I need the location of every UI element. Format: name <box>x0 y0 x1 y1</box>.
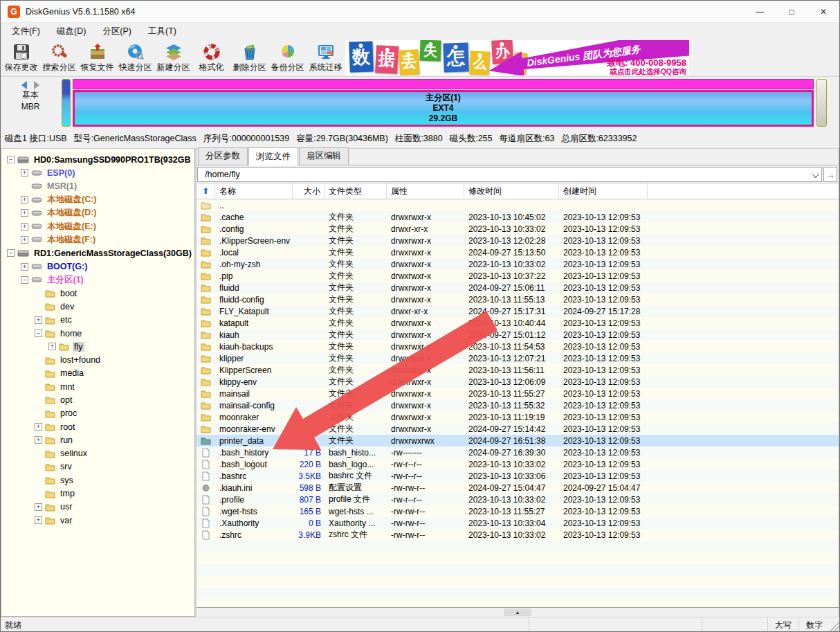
chevron-down-icon[interactable] <box>812 171 819 178</box>
tree-item-boot-g[interactable]: +BOOT(G:) <box>1 260 194 273</box>
expand-icon[interactable]: + <box>35 316 42 324</box>
table-row[interactable]: .wget-hsts165 Bwget-hsts ...-rw-rw-r--20… <box>197 505 839 517</box>
header-type[interactable]: 文件类型 <box>325 183 387 199</box>
table-row[interactable]: klippy-env文件夹drwxrwxr-x2023-10-13 12:06:… <box>197 376 839 388</box>
table-row[interactable]: .. <box>197 199 839 211</box>
go-button[interactable]: → <box>823 167 837 182</box>
tree-item-local-e[interactable]: +本地磁盘(E:) <box>1 219 194 233</box>
tree-item-etc[interactable]: +etc <box>1 314 194 327</box>
quick-partition-button[interactable]: 快速分区 <box>116 39 154 76</box>
tree-item-home[interactable]: −home <box>1 327 194 340</box>
table-row[interactable]: .cache文件夹drwxrwxr-x2023-10-13 10:45:0220… <box>197 211 839 223</box>
table-row[interactable]: kiauh文件夹drwxrwxr-x2024-09-27 15:01:12202… <box>197 329 839 341</box>
next-disk-icon[interactable] <box>34 81 39 89</box>
delete-partition-button[interactable]: 删除分区 <box>230 39 268 76</box>
tree-item-fly[interactable]: +fly <box>1 340 194 353</box>
tree-item-proc[interactable]: proc <box>1 407 194 420</box>
table-row[interactable]: katapult文件夹drwxrwxr-x2023-10-13 10:40:44… <box>197 317 839 329</box>
table-row[interactable]: fluidd-config文件夹drwxrwxr-x2023-10-13 11:… <box>197 294 839 305</box>
save-changes-button[interactable]: 保存更改 <box>2 39 40 76</box>
tree-item-esp0[interactable]: +ESP(0) <box>1 166 194 179</box>
table-row[interactable]: mainsail文件夹drwxrwxr-x2023-10-13 11:55:27… <box>197 388 839 399</box>
table-row[interactable]: mainsail-config文件夹drwxrwxr-x2023-10-13 1… <box>197 399 839 411</box>
table-row[interactable]: .bashrc3.5KBbashrc 文件-rw-r--r--2023-10-1… <box>197 470 839 482</box>
new-partition-button[interactable]: 新建分区 <box>154 39 192 76</box>
expand-icon[interactable]: + <box>21 196 28 204</box>
tree-item-rd1[interactable]: −RD1:GenericMassStorageClass(30GB) <box>1 246 194 260</box>
table-row[interactable]: .zshrc3.9KBzshrc 文件-rw-rw-r--2023-10-13 … <box>197 529 839 541</box>
tree-item-hd0[interactable]: −HD0:SamsungSSD990PRO1TB(932GB <box>1 153 194 166</box>
tree-item-boot[interactable]: boot <box>1 287 194 300</box>
tree-item-mnt[interactable]: mnt <box>1 380 194 393</box>
expand-icon[interactable]: + <box>21 236 28 244</box>
tree-item-var[interactable]: +var <box>1 514 194 527</box>
table-row[interactable]: .oh-my-zsh文件夹drwxrwxr-x2023-10-13 10:33:… <box>197 258 839 270</box>
tree-item-srv[interactable]: srv <box>1 460 194 473</box>
format-button[interactable]: 格式化 <box>192 39 230 76</box>
search-partition-button[interactable]: 搜索分区 <box>40 39 78 76</box>
table-row[interactable]: .local文件夹drwxrwxr-x2024-09-27 15:13:5020… <box>197 246 839 258</box>
collapse-icon[interactable]: − <box>7 249 15 257</box>
tree-item-primary-1[interactable]: −主分区(1) <box>1 273 194 287</box>
tree-item-dev[interactable]: dev <box>1 300 194 313</box>
header-ctime[interactable]: 创建时间 <box>559 183 648 199</box>
expand-icon[interactable]: + <box>48 343 56 350</box>
tree-item-sys[interactable]: sys <box>1 473 194 487</box>
free-space-block[interactable] <box>816 79 827 127</box>
table-row[interactable]: KlipperScreen文件夹drwxrwxr-x2023-10-13 11:… <box>197 364 839 376</box>
tree-item-media[interactable]: media <box>1 367 194 380</box>
header-size[interactable]: 大小 <box>293 183 325 199</box>
boot-partition-block[interactable] <box>62 79 71 127</box>
close-button[interactable]: ✕ <box>807 1 839 22</box>
menu-item-file[interactable]: 文件(F) <box>3 24 48 39</box>
tree-item-local-c[interactable]: +本地磁盘(C:) <box>1 193 194 206</box>
table-row[interactable]: moonraker-env文件夹drwxrwxr-x2024-09-27 15:… <box>197 423 839 435</box>
table-row[interactable]: .profile807 Bprofile 文件-rw-r--r--2023-10… <box>197 494 839 505</box>
expand-icon[interactable]: + <box>35 516 42 524</box>
table-row[interactable]: FLY_Katapult文件夹drwxr-xr-x2024-09-27 15:1… <box>197 305 839 317</box>
expand-icon[interactable]: + <box>21 263 28 271</box>
tree-item-opt[interactable]: opt <box>1 393 194 406</box>
table-row[interactable]: .pip文件夹drwxrwxr-x2023-10-13 10:37:222023… <box>197 270 839 282</box>
promo-banner[interactable]: 数据丢失怎么办! DiskGenius 团队为您服务 致电: 400-008-9… <box>345 40 689 75</box>
table-row[interactable]: .kiauh.ini598 B配置设置-rw-rw-r--2024-09-27 … <box>197 482 839 494</box>
expand-icon[interactable]: + <box>21 169 28 177</box>
header-name[interactable]: 名称 <box>215 183 293 199</box>
expand-panel-button[interactable]: ▲ <box>504 608 531 616</box>
header-mtime[interactable]: 修改时间 <box>464 183 559 199</box>
minimize-button[interactable]: — <box>744 1 776 22</box>
banner-qq[interactable]: 或点击此处选择QQ咨询 <box>610 67 686 75</box>
path-combobox[interactable]: /home/fly <box>197 167 822 182</box>
table-row[interactable]: fluidd文件夹drwxrwxr-x2024-09-27 15:06:1120… <box>197 282 839 294</box>
tab-partition-params[interactable]: 分区参数 <box>198 147 248 165</box>
sort-column-header[interactable]: ⬆ <box>197 183 215 199</box>
tree-item-usr[interactable]: +usr <box>1 500 194 514</box>
collapse-icon[interactable]: − <box>35 329 42 337</box>
table-row[interactable]: .config文件夹drwxr-xr-x2023-10-13 10:33:022… <box>197 223 839 235</box>
table-row[interactable]: moonraker文件夹drwxrwxr-x2023-10-13 11:19:1… <box>197 411 839 423</box>
expand-icon[interactable]: + <box>21 209 28 217</box>
table-row[interactable]: printer_data文件夹drwxrwxrwx2024-09-27 16:5… <box>197 435 839 446</box>
maximize-button[interactable]: □ <box>776 1 807 22</box>
menu-item-partition[interactable]: 分区(P) <box>94 24 140 39</box>
backup-partition-button[interactable]: 备份分区 <box>268 39 307 76</box>
primary-partition-block[interactable]: 主分区(1) EXT4 29.2GB <box>73 90 814 127</box>
recover-files-button[interactable]: 恢复文件 <box>78 39 116 76</box>
expand-icon[interactable]: + <box>35 436 42 444</box>
tree-item-lost-found[interactable]: lost+found <box>1 353 194 366</box>
expand-icon[interactable]: + <box>35 503 42 511</box>
collapse-icon[interactable]: − <box>21 276 28 284</box>
system-migration-button[interactable]: 系统迁移 <box>307 39 345 76</box>
tree-item-tmp[interactable]: tmp <box>1 487 194 500</box>
tree-item-selinux[interactable]: selinux <box>1 447 194 460</box>
tree-item-local-f[interactable]: +本地磁盘(F:) <box>1 233 194 246</box>
expand-icon[interactable]: + <box>35 423 42 431</box>
tab-sector-edit[interactable]: 扇区编辑 <box>299 147 349 165</box>
tree-item-run[interactable]: +run <box>1 433 194 446</box>
table-row[interactable]: .Xauthority0 BXauthority ...-rw-rw-r--20… <box>197 517 839 529</box>
table-row[interactable]: .KlipperScreen-env文件夹drwxrwxr-x2023-10-1… <box>197 235 839 246</box>
expand-icon[interactable]: + <box>21 223 28 231</box>
resize-grip[interactable] <box>830 617 839 632</box>
tree-item-msr1[interactable]: MSR(1) <box>1 180 194 193</box>
menu-item-tools[interactable]: 工具(T) <box>140 24 185 39</box>
